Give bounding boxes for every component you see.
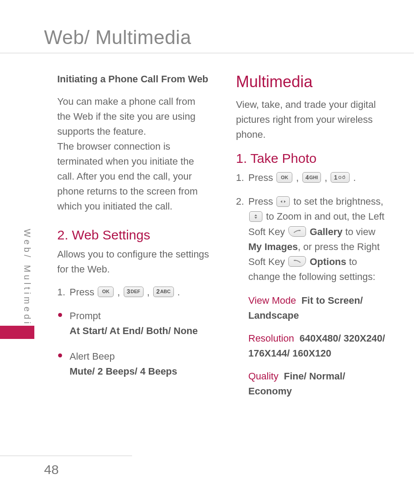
text-brightness: to set the brightness, <box>293 196 383 207</box>
text-period: . <box>353 172 356 183</box>
key-2-icon: 2ABC <box>153 287 174 297</box>
side-tab-marker <box>0 326 34 339</box>
text-press: Press <box>70 287 97 298</box>
content-columns: Initiating a Phone Call From Web You can… <box>57 73 390 407</box>
heading-take-photo: 1. Take Photo <box>236 151 390 166</box>
setting-resolution: Resolution 640X480/ 320X240/ 176X144/ 16… <box>236 331 390 361</box>
option-alert-beep-values: Mute/ 2 Beeps/ 4 Beeps <box>70 366 177 377</box>
para-multimedia-intro: View, take, and trade your digital pictu… <box>236 97 390 142</box>
text-options: Options <box>309 256 346 267</box>
ok-key-icon: OK <box>276 172 292 183</box>
option-prompt-title: Prompt <box>70 310 101 321</box>
setting-resolution-name: Resolution <box>248 333 294 344</box>
text-press: Press <box>248 196 276 207</box>
para-initiating-call: You can make a phone call from the Web i… <box>57 94 211 214</box>
ok-key-icon: OK <box>98 287 114 297</box>
take-photo-step-1: Press OK , 4GHI , 1 . <box>236 170 390 185</box>
text-comma: , <box>296 172 301 183</box>
option-alert-beep-title: Alert Beep <box>70 351 115 362</box>
text-gallery: Gallery <box>309 226 343 237</box>
right-column: Multimedia View, take, and trade your di… <box>236 73 390 407</box>
left-column: Initiating a Phone Call From Web You can… <box>57 73 211 407</box>
web-settings-step-1: Press OK , 3DEF , 2ABC . <box>57 285 211 300</box>
text-my-images: My Images <box>248 241 298 252</box>
page-number: 48 <box>44 462 59 477</box>
subhead-initiating-call: Initiating a Phone Call From Web <box>57 73 211 86</box>
text-period: . <box>177 287 180 298</box>
side-tab-label: Web/ Multimedia <box>22 229 32 334</box>
web-settings-options: Prompt At Start/ At End/ Both/ None Aler… <box>57 309 211 379</box>
key-1-icon: 1 <box>331 172 350 183</box>
text-to-view: to view <box>345 226 375 237</box>
text-press: Press <box>248 172 276 183</box>
setting-view-mode: View Mode Fit to Screen/ Landscape <box>236 293 390 323</box>
option-prompt-values: At Start/ At End/ Both/ None <box>70 325 198 336</box>
svg-point-1 <box>343 177 345 179</box>
key-4-icon: 4GHI <box>302 172 321 183</box>
text-comma: , <box>324 172 330 183</box>
setting-view-mode-name: View Mode <box>248 295 296 306</box>
left-soft-key-icon <box>288 226 306 237</box>
svg-rect-2 <box>299 230 301 231</box>
web-settings-steps: Press OK , 3DEF , 2ABC . <box>57 285 211 300</box>
svg-rect-3 <box>294 260 296 261</box>
option-prompt: Prompt At Start/ At End/ Both/ None <box>57 309 211 338</box>
take-photo-steps: Press OK , 4GHI , 1 . Press to set the b… <box>236 170 390 284</box>
option-alert-beep: Alert Beep Mute/ 2 Beeps/ 4 Beeps <box>57 349 211 379</box>
footer-rule <box>0 456 132 456</box>
setting-quality-name: Quality <box>248 371 278 382</box>
key-3-icon: 3DEF <box>124 287 144 297</box>
heading-web-settings: 2. Web Settings <box>57 228 211 243</box>
title-rule <box>0 53 414 53</box>
page-title: Web/ Multimedia <box>44 26 191 48</box>
svg-point-0 <box>339 177 341 179</box>
heading-multimedia: Multimedia <box>236 73 390 91</box>
right-soft-key-icon <box>288 256 306 267</box>
nav-left-right-icon <box>276 196 290 207</box>
nav-up-down-icon <box>249 211 262 222</box>
para-web-settings-intro: Allows you to configure the settings for… <box>57 247 211 277</box>
take-photo-step-2: Press to set the brightness, to Zoom in … <box>236 194 390 284</box>
text-comma: , <box>117 287 122 298</box>
setting-quality: Quality Fine/ Normal/ Economy <box>236 369 390 399</box>
text-comma: , <box>147 287 152 298</box>
